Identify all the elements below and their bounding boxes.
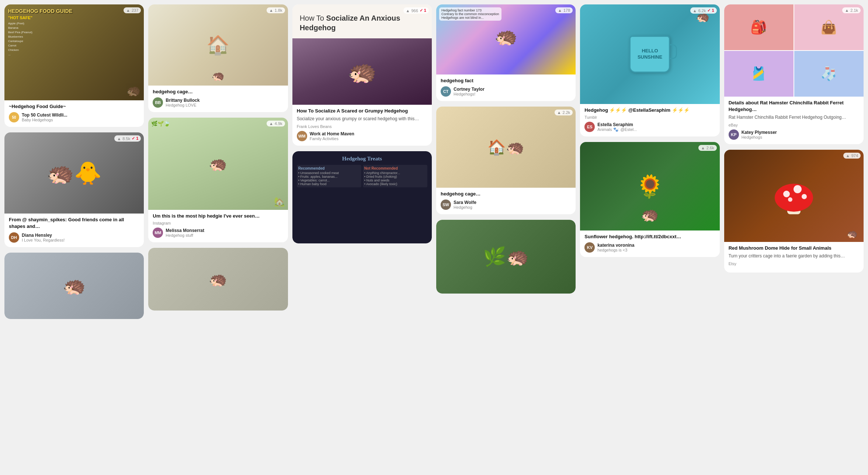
column-3: How To Socialize An Anxious Hedgehog 🦔 ▲…: [292, 4, 432, 249]
pin-sunflower-stats: ▲ 2.6k: [698, 145, 717, 151]
pin-mug-title: Hedgehog ⚡⚡⚡ @EstellaSeraphim ⚡⚡⚡: [584, 107, 715, 114]
pin-cage2-username[interactable]: Melissa Monserrat: [166, 228, 204, 233]
pin-food-guide-board[interactable]: Baby Hedgehogs: [22, 118, 67, 122]
pin-cage1-user-row: BB Brittany Bullock Hedgehog LOVE: [153, 97, 283, 108]
pin-cage1-username[interactable]: Brittany Bullock: [166, 98, 199, 103]
pin-cage3-board[interactable]: Hedgehog: [454, 205, 476, 209]
pin-cage3-stats: ▲ 2.2k: [555, 110, 573, 115]
pin-food-guide-user-row: 50 Top 50 Cutest Wildli... Baby Hedgehog…: [9, 112, 139, 122]
pin-accessories-username[interactable]: Katey Plymesser: [742, 130, 777, 135]
pin-accessories-board[interactable]: Hedgehogs: [742, 135, 777, 139]
pin-cage2-title: Um this is the most hip hedgie I've ever…: [153, 213, 283, 219]
pin-sunflower-title: Sunflower hedgehog. http://ift.tt/2dbcxx…: [584, 233, 715, 240]
pin-rainbow: Hedgehog fact number 173Contrary to the …: [436, 4, 576, 101]
pin-cage3-title: hedgehog cage…: [441, 191, 571, 197]
column-1: HEDGEHOG FOOD GUIDE "HOT SAFE" Apple (Pe…: [4, 4, 144, 325]
pin-mug-user-row: ES Estella Seraphim Animals 🐾: @Estel...: [584, 122, 715, 132]
pin-accessories-desc: Rat Hamster Chinchilla Rabbit Ferret Hed…: [729, 114, 859, 121]
pin-cage2-board[interactable]: Hedgehog stuff: [166, 233, 204, 238]
pin-rainbow-username[interactable]: Cortney Taylor: [454, 87, 485, 92]
pin-sunflower-username[interactable]: katerina voronina: [597, 243, 634, 248]
pin-accessories-title: Details about Rat Hamster Chinchilla Rab…: [729, 100, 859, 113]
pin-rainbow-user-row: CT Cortney Taylor Hedgehogs!: [441, 86, 571, 97]
column-2: 🏠 🦔 ▲ 1.8k hedgehog cage… BB Brittany Bu…: [148, 4, 288, 316]
pin-accessories-stats: ▲ 2.1k: [842, 7, 861, 13]
pin-mug-username[interactable]: Estella Seraphim: [597, 122, 637, 127]
pin-accessories-source: eBay: [729, 123, 859, 127]
pin-rainbow-stats: ▲ 178: [555, 7, 573, 13]
pin-cage3-user-row: SW Sara Wolfe Hedgehog: [441, 200, 571, 210]
pin-sunflower-board[interactable]: hedgehogs is <3: [597, 248, 634, 252]
pin-socialize-desc: Socialize your anxious grumpy or scared …: [297, 116, 427, 122]
pin-cage1: 🏠 🦔 ▲ 1.8k hedgehog cage… BB Brittany Bu…: [148, 4, 288, 112]
pin-food-guide-username[interactable]: Top 50 Cutest Wildli...: [22, 112, 67, 118]
pin-sunflower: 🌻 🦔 ▲ 2.6k Sunflower hedgehog. http://if…: [580, 142, 719, 257]
pin-cage1-title: hedgehog cage…: [153, 89, 283, 95]
svg-point-5: [788, 197, 792, 202]
pin-hedgehog-chick-title: From @ shaymin_spikes: Good friends come…: [9, 216, 139, 230]
pin-hedgehog-chick-username[interactable]: Diana Hensley: [22, 233, 65, 238]
svg-point-2: [783, 191, 790, 197]
pin-mug: HELLOSUNSHINE 🦔 ▲ 6.2k ✓ 1 Hedgehog ⚡⚡⚡ …: [580, 4, 719, 136]
pin-mushroom-title: Red Mushroom Dome Hide for Small Animals: [729, 245, 859, 252]
pin-cage3: 🏠🦔 ▲ 2.2k hedgehog cage… SW Sara Wolfe H…: [436, 107, 576, 214]
pin-accessories-user-row: KP Katey Plymesser Hedgehogs: [729, 129, 859, 140]
pin-hedgehog-chick-stats: ▲ 8.5k ✓ 1: [114, 135, 141, 142]
pin-socialize-username[interactable]: Work at Home Maven: [310, 131, 354, 136]
pin-cage1-board[interactable]: Hedgehog LOVE: [166, 103, 199, 107]
pin-food-guide-stats: ▲ 237: [124, 7, 141, 13]
pin-mug-stats: ▲ 6.2k ✓ 1: [690, 7, 717, 14]
pin-hedgehog-chick-board[interactable]: I Love You, Regardless!: [22, 238, 65, 242]
svg-point-3: [794, 185, 802, 193]
pin-mug-source: Tumblr: [584, 115, 715, 119]
pin-hedgehog-chick-user-row: DH Diana Hensley I Love You, Regardless!: [9, 232, 139, 243]
pin-socialize-user-row: WM Work at Home Maven Family Activities: [297, 131, 427, 141]
column-5: HELLOSUNSHINE 🦔 ▲ 6.2k ✓ 1 Hedgehog ⚡⚡⚡ …: [580, 4, 719, 263]
pin-socialize: How To Socialize An Anxious Hedgehog 🦔 ▲…: [292, 4, 432, 146]
pin-cage-small-bottom: 🦔: [148, 248, 288, 311]
save-icon: ▲: [126, 8, 130, 13]
pin-socialize-stats: ▲ 966 ✓ 1: [403, 7, 429, 14]
column-6: 🎒 👜 🎽 🧦 ▲ 2.1k Details about Rat Hamster…: [724, 4, 864, 278]
pin-food-guide-title: ~Hedgehog Food Guide~: [9, 103, 139, 110]
mushroom-svg: [772, 174, 816, 218]
pin-food-guide-image-block[interactable]: HEDGEHOG FOOD GUIDE "HOT SAFE" Apple (Pe…: [4, 4, 144, 100]
pin-rainbow-title: hedgehog fact: [441, 77, 571, 84]
pin-socialize-source: Frank Loves Beans: [297, 124, 427, 129]
pin-mushroom-stats: ▲ 974: [843, 153, 861, 159]
pin-sunflower-user-row: KV katerina voronina hedgehogs is <3: [584, 242, 715, 253]
save-icon2: ▲: [117, 136, 121, 141]
pin-accessories: 🎒 👜 🎽 🧦 ▲ 2.1k Details about Rat Hamster…: [724, 4, 864, 144]
pin-small-animal: 🌿🦔: [436, 220, 576, 294]
acc-cell-4: 🧦: [794, 51, 864, 97]
pin-cage2-stats: ▲ 4.9k: [267, 121, 285, 126]
pin-hedgehog-chick: 🦔🐥 ▲ 8.5k ✓ 1 From @ shaymin_spikes: Goo…: [4, 132, 144, 247]
column-4: Hedgehog fact number 173Contrary to the …: [436, 4, 576, 299]
pin-cage3-username[interactable]: Sara Wolfe: [454, 200, 476, 205]
pin-socialize-title: How To Socialize A Scared or Grumpy Hedg…: [297, 108, 427, 114]
pin-food-guide-avatar: 50: [9, 112, 19, 122]
pin-treats: Hedgehog Treats Recommended • Unseasoned…: [292, 151, 432, 243]
pin-cage2-user-row: MM Melissa Monserrat Hedgehog stuff: [153, 228, 283, 238]
svg-point-4: [802, 194, 807, 199]
pin-cage2: 🌿🌱🍃 🦔 🏡 ▲ 4.9k Um this is the most hip h…: [148, 118, 288, 242]
pin-cage2-source: Instagram: [153, 221, 283, 225]
pin-mushroom-source: Etsy: [729, 261, 859, 266]
pin-hedgehog-chick-avatar: DH: [9, 232, 19, 243]
pin-hedgehog-small-bottom: 🦔: [4, 253, 144, 319]
pin-food-guide: HEDGEHOG FOOD GUIDE "HOT SAFE" Apple (Pe…: [4, 4, 144, 127]
pin-mug-board[interactable]: Animals 🐾: @Estel...: [597, 127, 637, 132]
acc-cell-3: 🎽: [724, 51, 794, 97]
pin-hedgehog-chick-image-block[interactable]: 🦔🐥 ▲ 8.5k ✓ 1: [4, 132, 144, 214]
pin-mushroom: 🦔 ▲ 974 Red Mushroom Dome Hide for Small…: [724, 150, 864, 273]
acc-cell-1: 🎒: [724, 4, 794, 50]
pin-rainbow-board[interactable]: Hedgehogs!: [454, 92, 485, 96]
verified-check: ✓ 1: [132, 136, 138, 141]
pin-mushroom-desc: Turn your critters cage into a faerie ga…: [729, 253, 859, 259]
pin-grid: HEDGEHOG FOOD GUIDE "HOT SAFE" Apple (Pe…: [0, 0, 868, 329]
pin-cage1-stats: ▲ 1.8k: [267, 7, 285, 13]
pin-socialize-board[interactable]: Family Activities: [310, 136, 354, 141]
